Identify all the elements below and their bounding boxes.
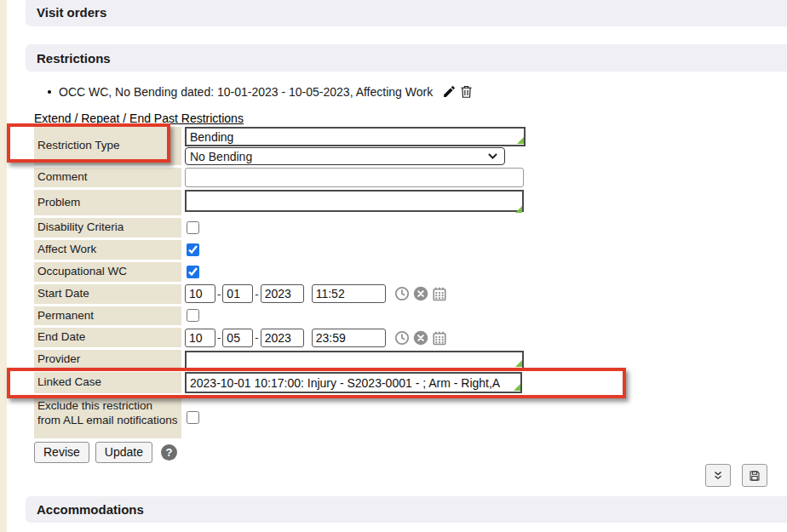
left-margin-strip (0, 0, 7, 532)
problem-label: Problem (34, 190, 181, 215)
row-disability-criteria: Disability Criteria (34, 218, 630, 237)
linked-case-label: Linked Case (34, 372, 181, 393)
restriction-item-text: OCC WC, No Bending dated: 10-01-2023 - 1… (59, 85, 433, 99)
end-month-input[interactable] (185, 329, 215, 347)
save-button[interactable] (742, 464, 767, 487)
start-year-input[interactable] (261, 284, 304, 303)
occupational-wc-checkbox[interactable] (187, 266, 199, 278)
save-disk-icon (749, 470, 761, 482)
disability-criteria-checkbox[interactable] (187, 221, 199, 234)
restriction-list-item: OCC WC, No Bending dated: 10-01-2023 - 1… (48, 84, 474, 99)
restriction-type-select[interactable]: No Bending (185, 147, 505, 165)
accommodations-header: Accommodations (26, 496, 787, 523)
row-linked-case: Linked Case (34, 372, 630, 393)
edit-pencil-icon[interactable] (442, 84, 457, 99)
row-occupational-wc: Occupational WC (34, 262, 630, 282)
restrictions-header: Restrictions (26, 44, 787, 72)
date-separator: - (255, 288, 258, 300)
calendar-icon[interactable] (432, 330, 447, 346)
chevron-down-icon (487, 151, 498, 162)
visit-orders-header: Visit orders (26, 0, 787, 26)
provider-input[interactable] (185, 351, 524, 369)
problem-textarea[interactable] (185, 190, 524, 212)
visit-orders-title: Visit orders (37, 5, 106, 20)
start-day-input[interactable] (222, 284, 253, 303)
delete-trash-icon[interactable] (459, 84, 474, 99)
row-exclude-email: Exclude this restriction from ALL email … (34, 396, 630, 438)
row-restriction-type: Restriction Type No Bending (34, 127, 630, 165)
restriction-type-selected: No Bending (190, 150, 252, 163)
end-time-input[interactable] (312, 329, 386, 347)
update-button[interactable]: Update (95, 442, 152, 463)
date-separator: - (217, 288, 221, 300)
end-year-input[interactable] (261, 329, 304, 347)
restriction-type-search-input[interactable] (185, 127, 526, 146)
form-buttons: Revise Update ? (34, 442, 630, 463)
linked-case-input[interactable] (185, 372, 522, 393)
restrictions-title: Restrictions (37, 51, 111, 66)
accommodations-title: Accommodations (37, 502, 144, 517)
occupational-wc-label: Occupational WC (34, 262, 181, 282)
start-time-input[interactable] (312, 284, 386, 303)
calendar-icon[interactable] (432, 286, 447, 301)
collapse-double-chevron-button[interactable] (705, 464, 731, 487)
extend-repeat-link[interactable]: Extend / Repeat / End Past Restrictions (34, 112, 244, 125)
permanent-label: Permanent (34, 306, 181, 326)
page: Visit orders Restrictions OCC WC, No Ben… (0, 0, 787, 532)
permanent-checkbox[interactable] (187, 309, 199, 322)
comment-input[interactable] (185, 168, 524, 187)
affect-work-checkbox[interactable] (187, 243, 199, 256)
start-date-label: Start Date (34, 284, 181, 304)
comment-label: Comment (34, 168, 181, 187)
clock-icon[interactable] (394, 330, 410, 346)
row-problem: Problem (34, 190, 630, 215)
affect-work-label: Affect Work (34, 240, 181, 260)
clear-date-icon[interactable] (413, 286, 428, 301)
end-day-input[interactable] (222, 329, 253, 347)
help-icon[interactable]: ? (161, 444, 177, 460)
exclude-email-label: Exclude this restriction from ALL email … (34, 396, 181, 438)
double-chevron-down-icon (712, 470, 724, 482)
date-separator: - (217, 331, 221, 344)
restriction-form: Restriction Type No Bending Comment Prob… (34, 127, 630, 463)
end-date-label: End Date (34, 328, 181, 347)
row-comment: Comment (34, 168, 630, 187)
revise-button[interactable]: Revise (34, 442, 89, 463)
corner-buttons (705, 464, 767, 487)
start-month-input[interactable] (185, 284, 215, 303)
row-affect-work: Affect Work (34, 240, 630, 260)
row-end-date: End Date - - (34, 328, 630, 347)
bullet-dot (48, 90, 51, 94)
clock-icon[interactable] (394, 286, 410, 301)
row-provider: Provider (34, 350, 630, 369)
provider-label: Provider (34, 350, 181, 369)
disability-criteria-label: Disability Criteria (34, 218, 181, 237)
clear-date-icon[interactable] (413, 330, 428, 346)
restriction-type-label: Restriction Type (34, 127, 181, 165)
row-start-date: Start Date - - (34, 284, 630, 304)
date-separator: - (255, 331, 258, 344)
exclude-email-checkbox[interactable] (187, 411, 199, 424)
row-permanent: Permanent (34, 306, 630, 326)
